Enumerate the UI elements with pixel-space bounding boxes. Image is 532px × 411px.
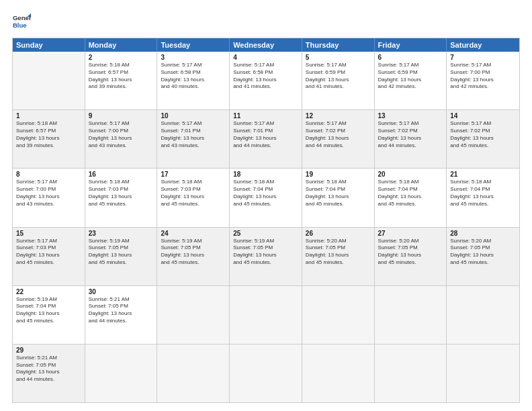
cell-info: Sunrise: 5:19 AMSunset: 7:05 PMDaylight:… <box>89 238 154 267</box>
day-number: 18 <box>233 171 298 178</box>
calendar-cell: 18Sunrise: 5:18 AMSunset: 7:04 PMDayligh… <box>230 169 302 226</box>
day-number: 21 <box>450 171 516 178</box>
day-number: 20 <box>378 171 443 178</box>
calendar-cell: 19Sunrise: 5:18 AMSunset: 7:04 PMDayligh… <box>302 169 375 226</box>
calendar-cell: 2Sunrise: 5:18 AMSunset: 6:57 PMDaylight… <box>85 52 158 109</box>
calendar-cell: 25Sunrise: 5:19 AMSunset: 7:05 PMDayligh… <box>230 228 302 285</box>
cell-info: Sunrise: 5:19 AMSunset: 7:05 PMDaylight:… <box>161 238 226 267</box>
calendar-cell <box>13 52 85 109</box>
calendar-cell <box>85 345 158 402</box>
calendar-cell <box>375 345 447 402</box>
cell-info: Sunrise: 5:18 AMSunset: 7:03 PMDaylight:… <box>161 179 226 208</box>
calendar-cell <box>157 286 230 344</box>
day-number: 12 <box>306 112 371 120</box>
calendar-cell: 10Sunrise: 5:17 AMSunset: 7:01 PMDayligh… <box>157 110 230 168</box>
weekday-header: Monday <box>85 38 158 52</box>
calendar-cell: 27Sunrise: 5:20 AMSunset: 7:05 PMDayligh… <box>375 228 447 285</box>
day-number: 5 <box>306 54 371 61</box>
svg-text:General: General <box>13 14 31 21</box>
day-number: 23 <box>89 230 154 237</box>
day-number: 7 <box>450 54 516 61</box>
day-number: 1 <box>16 112 81 120</box>
weekday-header: Sunday <box>13 38 85 52</box>
calendar-cell: 4Sunrise: 5:17 AMSunset: 6:58 PMDaylight… <box>230 52 302 109</box>
calendar-cell <box>157 345 230 402</box>
day-number: 6 <box>378 54 443 61</box>
calendar-row: 1Sunrise: 5:18 AMSunset: 6:57 PMDaylight… <box>13 109 519 168</box>
calendar-cell: 16Sunrise: 5:18 AMSunset: 7:03 PMDayligh… <box>85 169 158 226</box>
cell-info: Sunrise: 5:17 AMSunset: 7:02 PMDaylight:… <box>378 120 443 149</box>
weekday-header: Friday <box>375 38 447 52</box>
cell-info: Sunrise: 5:18 AMSunset: 7:04 PMDaylight:… <box>306 179 371 208</box>
cell-info: Sunrise: 5:17 AMSunset: 7:02 PMDaylight:… <box>306 120 371 149</box>
calendar: SundayMondayTuesdayWednesdayThursdayFrid… <box>12 38 520 403</box>
cell-info: Sunrise: 5:21 AMSunset: 7:05 PMDaylight:… <box>89 296 154 325</box>
calendar-row: 29Sunrise: 5:21 AMSunset: 7:05 PMDayligh… <box>13 344 519 402</box>
weekday-header: Tuesday <box>157 38 230 52</box>
svg-text:Blue: Blue <box>13 21 27 29</box>
day-number: 10 <box>161 112 226 120</box>
day-number: 22 <box>16 288 81 295</box>
cell-info: Sunrise: 5:17 AMSunset: 6:59 PMDaylight:… <box>378 62 443 91</box>
calendar-cell: 14Sunrise: 5:17 AMSunset: 7:02 PMDayligh… <box>447 110 519 168</box>
calendar-cell <box>447 286 519 344</box>
calendar-cell: 8Sunrise: 5:17 AMSunset: 7:00 PMDaylight… <box>13 169 85 226</box>
cell-info: Sunrise: 5:18 AMSunset: 6:57 PMDaylight:… <box>89 62 154 91</box>
cell-info: Sunrise: 5:18 AMSunset: 7:04 PMDaylight:… <box>233 179 298 208</box>
calendar-cell: 7Sunrise: 5:17 AMSunset: 7:00 PMDaylight… <box>447 52 519 109</box>
cell-info: Sunrise: 5:19 AMSunset: 7:05 PMDaylight:… <box>233 238 298 267</box>
cell-info: Sunrise: 5:17 AMSunset: 7:00 PMDaylight:… <box>450 62 516 91</box>
cell-info: Sunrise: 5:19 AMSunset: 7:04 PMDaylight:… <box>16 296 81 325</box>
calendar-cell: 11Sunrise: 5:17 AMSunset: 7:01 PMDayligh… <box>230 110 302 168</box>
calendar-cell <box>302 345 375 402</box>
day-number: 25 <box>233 230 298 237</box>
calendar-cell <box>230 286 302 344</box>
day-number: 9 <box>89 112 154 120</box>
calendar-cell: 1Sunrise: 5:18 AMSunset: 6:57 PMDaylight… <box>13 110 85 168</box>
header: General Blue <box>12 12 520 31</box>
logo-icon: General Blue <box>12 12 31 31</box>
cell-info: Sunrise: 5:21 AMSunset: 7:05 PMDaylight:… <box>16 355 81 383</box>
calendar-cell <box>302 286 375 344</box>
cell-info: Sunrise: 5:20 AMSunset: 7:05 PMDaylight:… <box>306 238 371 267</box>
day-number: 11 <box>233 112 298 120</box>
day-number: 8 <box>16 171 81 178</box>
weekday-header: Wednesday <box>230 38 302 52</box>
cell-info: Sunrise: 5:17 AMSunset: 7:00 PMDaylight:… <box>16 179 81 208</box>
calendar-cell: 22Sunrise: 5:19 AMSunset: 7:04 PMDayligh… <box>13 286 85 344</box>
calendar-cell: 9Sunrise: 5:17 AMSunset: 7:00 PMDaylight… <box>85 110 158 168</box>
cell-info: Sunrise: 5:20 AMSunset: 7:05 PMDaylight:… <box>378 238 443 267</box>
cell-info: Sunrise: 5:17 AMSunset: 7:03 PMDaylight:… <box>16 238 81 267</box>
cell-info: Sunrise: 5:18 AMSunset: 6:57 PMDaylight:… <box>16 120 81 149</box>
weekday-header: Thursday <box>302 38 375 52</box>
cell-info: Sunrise: 5:17 AMSunset: 6:58 PMDaylight:… <box>233 62 298 91</box>
calendar-cell: 21Sunrise: 5:18 AMSunset: 7:04 PMDayligh… <box>447 169 519 226</box>
calendar-row: 22Sunrise: 5:19 AMSunset: 7:04 PMDayligh… <box>13 285 519 344</box>
day-number: 13 <box>378 112 443 120</box>
calendar-cell: 28Sunrise: 5:20 AMSunset: 7:05 PMDayligh… <box>447 228 519 285</box>
day-number: 15 <box>16 230 81 237</box>
calendar-cell: 26Sunrise: 5:20 AMSunset: 7:05 PMDayligh… <box>302 228 375 285</box>
day-number: 27 <box>378 230 443 237</box>
cell-info: Sunrise: 5:17 AMSunset: 6:58 PMDaylight:… <box>161 62 226 91</box>
day-number: 28 <box>450 230 516 237</box>
calendar-cell: 30Sunrise: 5:21 AMSunset: 7:05 PMDayligh… <box>85 286 158 344</box>
day-number: 26 <box>306 230 371 237</box>
calendar-cell: 20Sunrise: 5:18 AMSunset: 7:04 PMDayligh… <box>375 169 447 226</box>
day-number: 29 <box>16 347 81 354</box>
cell-info: Sunrise: 5:20 AMSunset: 7:05 PMDaylight:… <box>450 238 516 267</box>
day-number: 2 <box>89 54 154 61</box>
cell-info: Sunrise: 5:17 AMSunset: 6:59 PMDaylight:… <box>306 62 371 91</box>
calendar-row: 8Sunrise: 5:17 AMSunset: 7:00 PMDaylight… <box>13 168 519 226</box>
calendar-cell: 24Sunrise: 5:19 AMSunset: 7:05 PMDayligh… <box>157 228 230 285</box>
cell-info: Sunrise: 5:18 AMSunset: 7:03 PMDaylight:… <box>89 179 154 208</box>
calendar-cell: 23Sunrise: 5:19 AMSunset: 7:05 PMDayligh… <box>85 228 158 285</box>
calendar-cell <box>447 345 519 402</box>
calendar-cell: 15Sunrise: 5:17 AMSunset: 7:03 PMDayligh… <box>13 228 85 285</box>
cell-info: Sunrise: 5:17 AMSunset: 7:01 PMDaylight:… <box>161 120 226 149</box>
cell-info: Sunrise: 5:17 AMSunset: 7:02 PMDaylight:… <box>450 120 516 149</box>
calendar-body: 2Sunrise: 5:18 AMSunset: 6:57 PMDaylight… <box>13 52 519 402</box>
calendar-cell: 13Sunrise: 5:17 AMSunset: 7:02 PMDayligh… <box>375 110 447 168</box>
calendar-cell: 17Sunrise: 5:18 AMSunset: 7:03 PMDayligh… <box>157 169 230 226</box>
cell-info: Sunrise: 5:17 AMSunset: 7:01 PMDaylight:… <box>233 120 298 149</box>
